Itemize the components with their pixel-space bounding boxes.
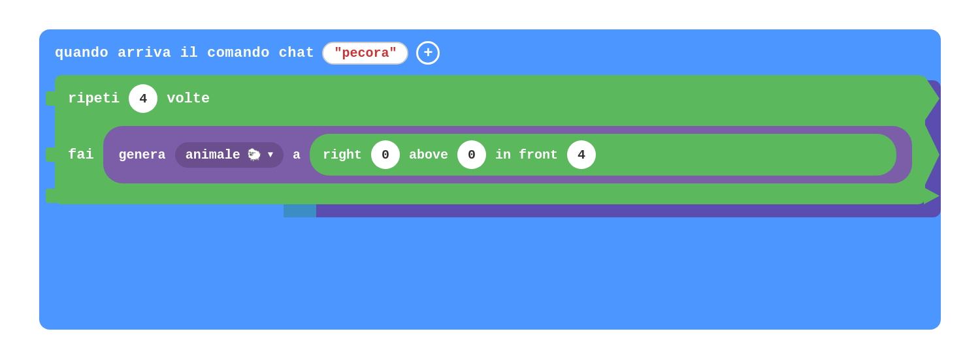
above-value[interactable]: 0 bbox=[457, 140, 486, 169]
hat-input[interactable]: "pecora" bbox=[322, 42, 408, 65]
dropdown-icon: ▼ bbox=[268, 149, 273, 160]
right-value[interactable]: 0 bbox=[371, 140, 400, 169]
infront-value[interactable]: 4 bbox=[567, 140, 596, 169]
repeat-left-notch bbox=[46, 91, 56, 106]
fai-label: fai bbox=[68, 147, 94, 163]
genera-block: genera animale 🐑 ▼ a right 0 bbox=[103, 126, 912, 183]
repeat-body-row: fai genera animale 🐑 ▼ a bbox=[55, 122, 925, 187]
animale-icon: 🐑 bbox=[247, 148, 261, 162]
animale-label: animale bbox=[186, 148, 240, 163]
hat-label: quando arriva il comando chat bbox=[55, 45, 314, 61]
hat-top-row: quando arriva il comando chat "pecora" + bbox=[55, 41, 925, 65]
a-label: a bbox=[293, 148, 301, 163]
infront-label: in front bbox=[495, 148, 558, 163]
right-label: right bbox=[323, 148, 362, 163]
repeat-value[interactable]: 4 bbox=[129, 84, 157, 113]
hat-plus-button[interactable]: + bbox=[416, 41, 440, 65]
position-block: right 0 above 0 in front 4 bbox=[310, 134, 896, 176]
repeat-bottom bbox=[55, 187, 925, 204]
genera-label: genera bbox=[119, 148, 166, 163]
hat-block: quando arriva il comando chat "pecora" +… bbox=[39, 29, 941, 330]
repeat-label: ripeti bbox=[68, 91, 120, 107]
repeat-block: ripeti 4 volte fai genera bbox=[55, 75, 925, 204]
animale-pill[interactable]: animale 🐑 ▼ bbox=[175, 142, 284, 168]
repeat-bottom-notch bbox=[46, 189, 56, 203]
above-label: above bbox=[409, 148, 448, 163]
fai-left-notch bbox=[46, 148, 56, 162]
repeat-header: ripeti 4 volte bbox=[55, 75, 925, 122]
repeat-volte: volte bbox=[167, 91, 210, 107]
